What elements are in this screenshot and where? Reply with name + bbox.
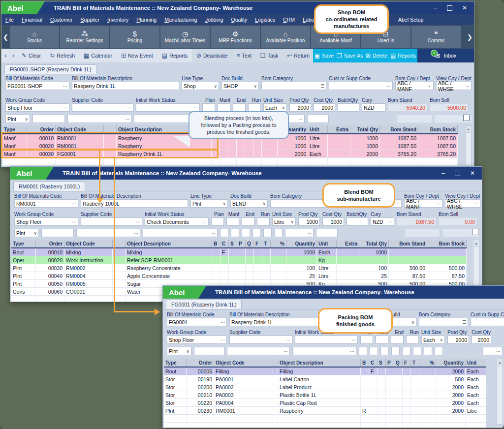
- nav-forward-icon[interactable]: ›: [12, 52, 14, 59]
- grid-column-header[interactable]: Bom Stock: [418, 125, 458, 133]
- lookup-dots-icon[interactable]: ⋯: [201, 219, 207, 224]
- chevron-down-icon[interactable]: ∨: [289, 219, 294, 224]
- grid-column-header[interactable]: T: [262, 240, 271, 247]
- lookup-dots-icon[interactable]: ⋯: [385, 84, 391, 89]
- menu-item-customer[interactable]: Customer: [50, 17, 73, 23]
- tab-fg0001-shop[interactable]: FG0001-SHOP (Rasperry Drink 1L): [4, 64, 97, 74]
- grid-column-header[interactable]: Bom Stand: [389, 240, 427, 247]
- close-icon[interactable]: ✕: [470, 170, 475, 177]
- lookup-dots-icon[interactable]: ⋯: [71, 201, 76, 206]
- field-input[interactable]: Litre∨: [272, 217, 296, 226]
- action-button-deactivate[interactable]: ⊘Deactivate: [196, 52, 228, 59]
- action-button-text[interactable]: ≡Text: [237, 52, 252, 59]
- grid-column-header[interactable]: S: [378, 359, 386, 367]
- maximize-icon[interactable]: [447, 5, 452, 11]
- toolbar-button-comms[interactable]: ❝Comms: [411, 26, 461, 48]
- field-input[interactable]: [397, 115, 432, 123]
- grid-column-header[interactable]: Unit: [466, 359, 486, 367]
- action-button-save-as[interactable]: ❐Save As: [337, 52, 363, 59]
- field-input[interactable]: [406, 336, 419, 344]
- scroll-up-icon[interactable]: ▲: [473, 240, 479, 247]
- action-button-delete[interactable]: ⊠Delete: [366, 52, 387, 59]
- chevron-down-icon[interactable]: ∨: [281, 105, 285, 110]
- field-input[interactable]: [316, 229, 338, 237]
- grid-row[interactable]: Rout00005FillingFillingF2000Each: [164, 368, 486, 375]
- grid-column-header[interactable]: S: [229, 240, 237, 247]
- grid-column-header[interactable]: [273, 359, 278, 367]
- grid-column-header[interactable]: F: [403, 359, 411, 367]
- field-input[interactable]: ⋯: [72, 103, 133, 112]
- field-input[interactable]: 2000: [289, 103, 311, 112]
- grid-column-header[interactable]: P: [386, 359, 394, 367]
- grid-column-header[interactable]: Type: [11, 240, 36, 247]
- field-input[interactable]: [194, 347, 224, 355]
- field-input[interactable]: ⋯: [292, 347, 356, 355]
- chevron-down-icon[interactable]: ∨: [24, 117, 28, 122]
- grid-column-header[interactable]: %: [419, 359, 436, 367]
- grid-scrollbar[interactable]: ▲: [497, 359, 503, 425]
- field-input[interactable]: [405, 229, 440, 237]
- toolbar-button-stocks[interactable]: ⌂Stocks: [10, 26, 59, 48]
- grid-column-header[interactable]: Extra: [328, 125, 350, 133]
- form-checkbox[interactable]: [463, 115, 470, 121]
- menu-item-crm[interactable]: CRM: [283, 17, 295, 23]
- lookup-dots-icon[interactable]: ⋯: [210, 231, 216, 236]
- field-input[interactable]: NZD⋯: [362, 103, 385, 112]
- minimize-icon[interactable]: –: [434, 4, 437, 11]
- lookup-dots-icon[interactable]: ⋯: [192, 105, 198, 110]
- grid-column-header[interactable]: Q: [394, 359, 403, 367]
- field-input[interactable]: Plnt∨: [167, 347, 191, 355]
- grid-row[interactable]: Oper00020Work InstructionRefer SOP-RM000…: [11, 256, 467, 264]
- menu-item-quality[interactable]: Quality: [231, 17, 247, 23]
- menu-lines-icon[interactable]: ☰: [461, 320, 466, 325]
- field-input[interactable]: ⋯: [295, 336, 358, 344]
- menu-item-supplier[interactable]: Supplier: [81, 17, 100, 23]
- field-input[interactable]: [41, 229, 74, 237]
- field-input[interactable]: [402, 347, 410, 355]
- field-input[interactable]: [263, 229, 272, 237]
- lookup-dots-icon[interactable]: ⋯: [297, 117, 303, 122]
- grid-column-header[interactable]: Total Qty: [350, 125, 380, 133]
- menu-item-logistics[interactable]: Logistics: [255, 17, 275, 23]
- field-input[interactable]: ABC / WHSE⋯: [445, 199, 480, 208]
- grid-row[interactable]: Plnt00230RM0001RaspberryR2000Litre: [164, 407, 486, 415]
- field-input[interactable]: Each∨: [263, 103, 287, 112]
- close-icon[interactable]: ✕: [462, 4, 467, 11]
- lookup-dots-icon[interactable]: ⋯: [62, 105, 67, 110]
- field-input[interactable]: [376, 336, 388, 344]
- grid-column-header[interactable]: Extra: [337, 240, 359, 247]
- minimize-icon[interactable]: –: [441, 170, 445, 177]
- grid-column-header[interactable]: B: [212, 240, 220, 247]
- grid-column-header[interactable]: Object Description: [278, 359, 361, 367]
- grid-column-header[interactable]: Object Code: [214, 359, 273, 367]
- grid-row[interactable]: [164, 423, 486, 428]
- field-input[interactable]: [359, 347, 367, 355]
- grid-column-header[interactable]: Quantity: [436, 359, 466, 367]
- field-input[interactable]: [32, 115, 65, 123]
- field-input[interactable]: ABC / WHSE⋯: [436, 82, 472, 90]
- action-button-new-event[interactable]: ⊞New Event: [121, 52, 153, 59]
- lookup-dots-icon[interactable]: ⋯: [349, 349, 354, 354]
- field-input[interactable]: ☰: [261, 82, 326, 90]
- field-input[interactable]: [413, 347, 421, 355]
- grid-row[interactable]: [2, 158, 458, 166]
- field-input[interactable]: ⋯: [471, 318, 504, 326]
- field-input[interactable]: ⋯: [229, 336, 292, 344]
- grid-row[interactable]: Plnt00040RM0004Apple Concentrate25Litre2…: [11, 272, 467, 280]
- field-input[interactable]: Shop Floor⋯: [167, 336, 227, 344]
- field-input[interactable]: ⋯: [483, 347, 503, 355]
- lookup-dots-icon[interactable]: ⋯: [387, 219, 392, 224]
- lookup-dots-icon[interactable]: ⋯: [285, 337, 290, 342]
- lookup-dots-icon[interactable]: ⋯: [220, 337, 225, 342]
- field-input[interactable]: [380, 347, 389, 355]
- field-input[interactable]: Each∨: [421, 336, 445, 344]
- action-button-return[interactable]: ↩Return: [287, 52, 310, 59]
- grid-column-header[interactable]: Bom Stand: [380, 125, 418, 133]
- grid-row[interactable]: Stor00210PA0003Plastic Bottle 1L2000Each: [164, 391, 486, 399]
- chevron-down-icon[interactable]: ∨: [213, 84, 217, 89]
- chevron-right-icon[interactable]: ❯: [466, 33, 474, 41]
- field-input[interactable]: ⋯: [143, 229, 218, 237]
- grid-column-header[interactable]: %: [271, 240, 286, 247]
- field-input[interactable]: [346, 217, 368, 226]
- grid-row[interactable]: Stor00200PA0002Label Product2000Each: [164, 383, 486, 391]
